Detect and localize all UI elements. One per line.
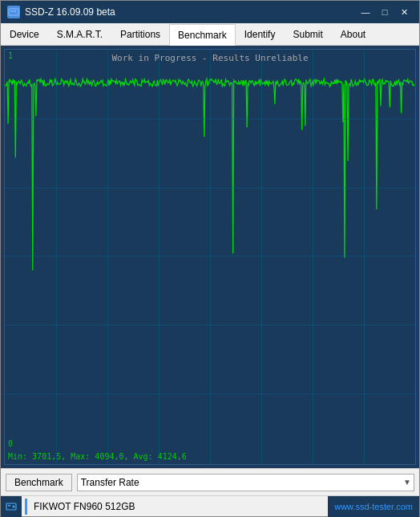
drive-icon (1, 496, 22, 517)
menu-item-submit[interactable]: Submit (284, 23, 331, 45)
window-title: SSD-Z 16.09.09 beta (25, 6, 357, 18)
bottom-toolbar: Benchmark Transfer Rate Access Time Mixe… (1, 468, 419, 495)
chart-stats: Min: 3701,5, Max: 4094,0, Avg: 4124,6 (8, 452, 187, 461)
menu-item-identify[interactable]: Identify (236, 23, 285, 45)
title-bar: SSD-Z 16.09.09 beta — □ ✕ (1, 1, 419, 23)
maximize-button[interactable]: □ (376, 5, 394, 19)
status-bar: FIKWOT FN960 512GB www.ssd-tester.com (1, 495, 419, 516)
minimize-button[interactable]: — (357, 5, 374, 19)
menu-item-benchmark[interactable]: Benchmark (169, 24, 236, 46)
main-content: Work in Progress - Results Unreliable 1 … (1, 46, 419, 468)
chart-y-min: 0 (8, 439, 13, 448)
svg-rect-1 (10, 10, 14, 12)
main-window: SSD-Z 16.09.09 beta — □ ✕ Device S.M.A.R… (0, 0, 420, 517)
menu-bar: Device S.M.A.R.T. Partitions Benchmark I… (1, 23, 419, 46)
window-controls: — □ ✕ (357, 5, 413, 19)
svg-point-5 (13, 505, 15, 507)
website-label: www.ssd-tester.com (328, 496, 419, 517)
drive-name: FIKWOT FN960 512GB (30, 501, 328, 512)
close-button[interactable]: ✕ (395, 5, 413, 19)
status-divider (25, 499, 27, 515)
benchmark-button[interactable]: Benchmark (6, 474, 72, 491)
chart-area: Work in Progress - Results Unreliable 1 … (4, 49, 416, 465)
menu-item-partitions[interactable]: Partitions (111, 23, 169, 45)
svg-rect-4 (8, 505, 10, 507)
menu-item-device[interactable]: Device (1, 23, 48, 45)
menu-item-about[interactable]: About (332, 23, 374, 45)
svg-point-2 (14, 10, 17, 13)
transfer-select-wrapper: Transfer Rate Access Time Mixed R/W ▼ (77, 474, 414, 491)
menu-item-smart[interactable]: S.M.A.R.T. (48, 23, 111, 45)
chart-y-max: 1 (8, 51, 13, 60)
transfer-rate-select[interactable]: Transfer Rate Access Time Mixed R/W (77, 474, 414, 491)
app-icon (7, 6, 20, 18)
chart-watermark: Work in Progress - Results Unreliable (111, 53, 308, 63)
